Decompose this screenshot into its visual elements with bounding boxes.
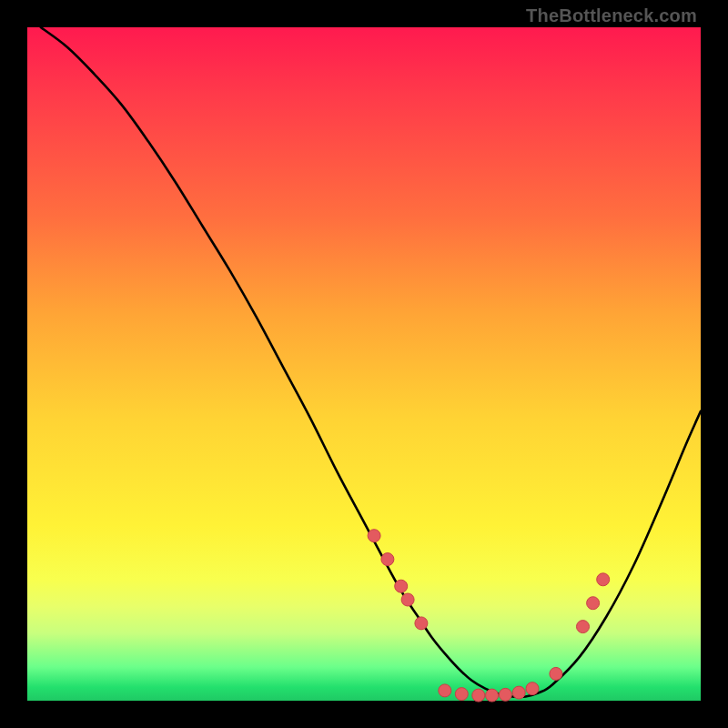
sample-dot <box>512 686 525 699</box>
brand-watermark: TheBottleneck.com <box>526 5 697 26</box>
sample-dot <box>486 689 499 702</box>
sample-dot <box>415 617 428 630</box>
bottleneck-curve <box>41 27 701 697</box>
sample-dot <box>499 688 511 701</box>
plot-area <box>27 27 701 701</box>
sample-dots <box>368 530 610 702</box>
sample-dot <box>439 684 451 697</box>
sample-dot <box>526 682 539 695</box>
sample-dot <box>587 597 600 610</box>
sample-dot <box>381 553 394 566</box>
sample-dot <box>577 621 590 633</box>
sample-dot <box>368 530 380 542</box>
sample-dot <box>472 689 485 702</box>
sample-dot <box>597 573 610 586</box>
chart-stage: TheBottleneck.com <box>0 0 728 728</box>
sample-dot <box>395 580 408 592</box>
sample-dot <box>455 688 468 701</box>
sample-dot <box>401 593 414 606</box>
chart-svg <box>27 27 701 701</box>
sample-dot <box>550 667 562 680</box>
